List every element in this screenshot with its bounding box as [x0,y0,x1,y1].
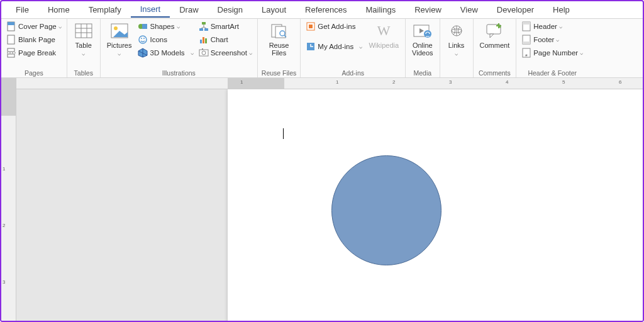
chevron-down-icon: ⌵ [249,50,252,56]
icons-label: Icons [150,36,167,43]
3d-models-icon [138,48,148,58]
tab-view[interactable]: View [451,3,487,17]
svg-point-12 [114,26,118,30]
chevron-down-icon: ⌵ [177,23,180,30]
shapes-button[interactable]: Shapes⌵ [136,20,194,33]
tab-mailings[interactable]: Mailings [357,3,406,17]
hruler-tick: 4 [506,79,508,85]
reuse-files-button[interactable]: Reuse Files [267,20,292,58]
chevron-down-icon: ⌵ [556,36,559,43]
chart-label: Chart [211,36,228,43]
wikipedia-button[interactable]: W Wikipedia [366,20,401,50]
online-videos-icon [413,21,432,40]
comment-button[interactable]: Comment [477,20,513,50]
screenshot-button[interactable]: Screenshot⌵ [197,47,253,59]
group-header-footer: Header⌵ Footer⌵ # Page Number⌵ Header & … [516,19,588,77]
shapes-label: Shapes [150,23,174,30]
screenshot-label: Screenshot [211,49,247,57]
footer-button[interactable]: Footer⌵ [520,33,584,46]
group-tables: Table⌵ Tables [67,19,101,77]
blank-page-label: Blank Page [18,36,55,43]
group-label-addins: Add-ins [341,69,364,77]
3d-models-label: 3D Models [150,49,184,57]
group-addins: Get Add-ins My Add-ins ⌵ W Wikipedia Add… [301,19,406,77]
page-number-button[interactable]: # Page Number⌵ [520,47,584,59]
group-label-media: Media [413,69,431,77]
smartart-button[interactable]: SmartArt [197,20,253,33]
screenshot-icon [199,48,209,58]
online-videos-button[interactable]: Online Videos [409,20,435,58]
svg-line-27 [204,27,206,28]
chevron-down-icon: ⌵ [455,50,458,57]
tab-home[interactable]: Home [38,3,79,17]
header-label: Header [533,23,557,30]
shapes-icon [138,21,148,31]
tab-file[interactable]: File [6,3,38,17]
cover-page-icon [6,21,16,31]
group-label-reuse: Reuse Files [262,69,296,77]
chevron-down-icon: ⌵ [580,50,583,56]
svg-rect-33 [202,48,203,50]
hruler-tick: 3 [449,79,452,85]
vruler-tick: 1 [3,166,5,172]
cover-page-label: Cover Page [18,23,57,30]
svg-point-17 [141,38,142,39]
page[interactable] [228,89,643,321]
page-number-icon: # [521,48,531,58]
svg-rect-28 [200,40,202,43]
3d-models-button[interactable]: 3D Models ⌵ [136,47,194,59]
hruler-tick: 2 [392,79,395,85]
shape-circle[interactable] [331,155,441,265]
group-links: Links⌵ [440,19,474,77]
tab-insert[interactable]: Insert [131,2,170,18]
cover-page-button[interactable]: Cover Page⌵ [5,20,63,33]
icons-button[interactable]: Icons [136,33,194,46]
horizontal-ruler[interactable]: 1 1 2 3 4 5 6 [16,78,643,89]
wikipedia-icon: W [374,21,393,40]
svg-rect-22 [202,22,206,25]
svg-rect-29 [203,37,204,43]
tab-references[interactable]: References [296,3,356,17]
group-label-hf: Header & Footer [528,69,577,77]
tab-review[interactable]: Review [405,3,451,17]
get-addins-button[interactable]: Get Add-ins [304,20,364,33]
tab-layout[interactable]: Layout [252,3,296,17]
pictures-button[interactable]: Pictures⌵ [104,20,135,58]
my-addins-button[interactable]: My Add-ins ⌵ [304,40,364,53]
tab-design[interactable]: Design [208,3,252,17]
group-illustrations: Pictures⌵ Shapes⌵ Icons 3D Models ⌵ [101,19,258,77]
tab-draw[interactable]: Draw [170,3,208,17]
blank-page-button[interactable]: Blank Page [5,33,63,46]
reuse-files-icon [270,21,289,40]
vruler-tick: 3 [3,279,5,285]
svg-line-26 [201,27,204,28]
svg-rect-6 [75,24,92,38]
page-number-label: Page Number [533,49,578,57]
tab-help[interactable]: Help [543,3,579,17]
tab-templafy[interactable]: Templafy [79,3,131,17]
links-button[interactable]: Links⌵ [444,20,469,58]
svg-rect-30 [205,38,207,43]
chevron-down-icon: ⌵ [82,50,85,57]
page-break-button[interactable]: Page Break [5,47,63,59]
svg-rect-4 [8,54,14,57]
tab-developer[interactable]: Developer [487,3,543,17]
icons-icon [138,35,148,45]
page-break-icon [6,48,16,58]
group-pages: Cover Page⌵ Blank Page Page Break Pages [1,19,67,77]
header-button[interactable]: Header⌵ [520,20,584,33]
group-reuse-files: Reuse Files Reuse Files [258,19,301,77]
chevron-down-icon: ⌵ [559,23,562,30]
group-label-comments: Comments [479,69,511,77]
pictures-icon [110,21,129,40]
chart-button[interactable]: Chart [197,33,253,46]
chevron-down-icon: ⌵ [58,23,62,30]
svg-point-18 [143,38,145,39]
vertical-ruler[interactable]: 1 2 3 [1,78,16,321]
smartart-label: SmartArt [211,23,239,30]
group-label-links [455,69,457,77]
document-canvas[interactable] [16,89,643,321]
group-label-illustrations: Illustrations [162,69,196,77]
group-media: Online Videos Media [406,19,440,77]
table-button[interactable]: Table⌵ [71,20,96,58]
